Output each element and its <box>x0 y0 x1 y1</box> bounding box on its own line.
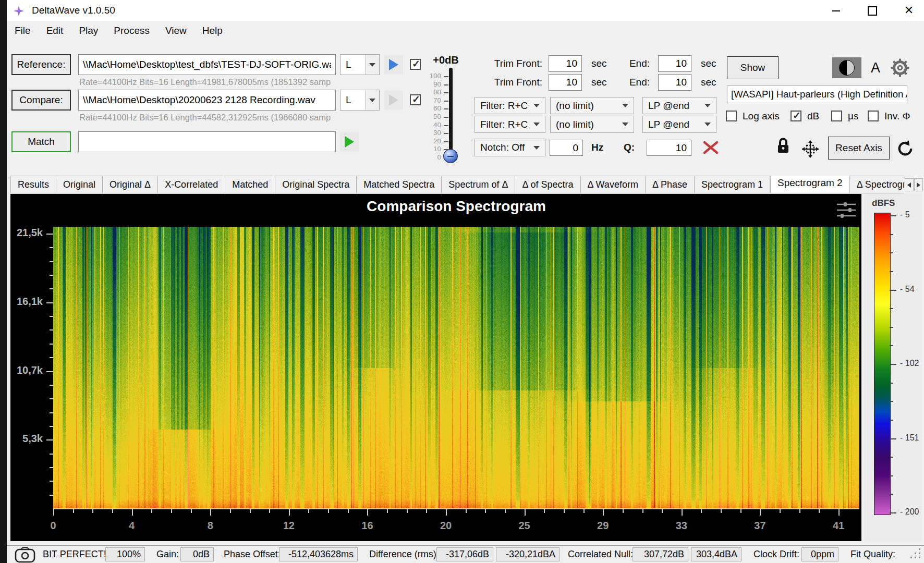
us-checkbox[interactable] <box>831 111 842 121</box>
trim-end-input-2[interactable] <box>658 74 691 91</box>
limit-value-1: (no limit) <box>551 100 622 112</box>
limit-select-1[interactable]: (no limit) <box>550 97 634 114</box>
desktop-edge <box>0 0 7 563</box>
volume-slider-thumb[interactable] <box>443 149 458 163</box>
audio-device-select[interactable]: [WASAPI] Haut-parleurs (High Definition … <box>727 85 907 103</box>
trim-end-input-1[interactable] <box>658 55 691 72</box>
tab-results[interactable]: Results <box>10 176 56 193</box>
difference-db-value: -317,06dB <box>436 547 493 561</box>
tab-spectrogram-2[interactable]: Spectrogram 2 <box>770 176 850 193</box>
app-icon <box>13 5 25 17</box>
resize-grip[interactable] <box>910 548 922 560</box>
menu-file[interactable]: File <box>7 21 39 41</box>
inv-phase-label: Inv. Φ <box>884 111 910 122</box>
contrast-toggle[interactable] <box>832 57 861 78</box>
reference-path-input[interactable] <box>78 54 336 75</box>
close-button[interactable]: ✕ <box>897 0 921 21</box>
snapshot-camera-icon[interactable] <box>14 547 36 563</box>
correlated-null-dba-value: 303,4dBA <box>691 547 741 561</box>
status-bar: BIT PERFECT! 100% Gain: 0dB Phase Offset… <box>7 545 924 563</box>
log-axis-checkbox[interactable] <box>726 111 737 121</box>
reference-enable-checkbox[interactable] <box>410 59 421 70</box>
menu-play[interactable]: Play <box>71 21 106 41</box>
colorbar-ticks: - 5- 54- 102- 151- 200 <box>890 213 921 514</box>
compare-path-input[interactable] <box>78 90 336 111</box>
compare-play-button[interactable] <box>384 91 403 109</box>
limit-select-2[interactable]: (no limit) <box>550 116 634 133</box>
tab-spectrum-of-delta[interactable]: Spectrum of Δ <box>442 176 515 193</box>
menu-edit[interactable]: Edit <box>39 21 71 41</box>
tab-delta-waveform[interactable]: Δ Waveform <box>581 176 646 193</box>
filter-select-2[interactable]: Filter: R+C <box>475 116 545 133</box>
move-pan-icon[interactable] <box>798 139 823 160</box>
tab-original-spectra[interactable]: Original Spectra <box>275 176 357 193</box>
chevron-left-icon <box>907 182 911 188</box>
tab-original[interactable]: Original <box>56 176 103 193</box>
notch-freq-input[interactable] <box>550 140 583 156</box>
spectrogram-canvas[interactable] <box>53 227 859 509</box>
minimize-button[interactable] <box>824 0 848 21</box>
match-button[interactable]: Match <box>11 131 71 152</box>
refresh-icon[interactable] <box>896 139 915 158</box>
maximize-button[interactable] <box>860 0 884 21</box>
tab-scroll-left-button[interactable] <box>905 178 914 191</box>
trim-end-label-2: End: <box>624 73 650 92</box>
menu-process[interactable]: Process <box>106 21 157 41</box>
compare-channel-select[interactable]: L <box>340 90 380 111</box>
reference-channel-value: L <box>341 59 365 70</box>
play-icon <box>389 59 398 70</box>
plot-settings-icon[interactable] <box>834 201 858 219</box>
colorbar-panel: dBFS - 5- 54- 102- 151- 200 <box>865 194 922 541</box>
reference-play-button[interactable] <box>384 55 403 74</box>
tab-spectrogram-1[interactable]: Spectrogram 1 <box>695 176 770 193</box>
lock-icon[interactable] <box>776 137 791 155</box>
tab-original-delta[interactable]: Original Δ <box>103 176 158 193</box>
match-status-input[interactable] <box>78 131 336 152</box>
menu-view[interactable]: View <box>157 21 194 41</box>
gear-icon[interactable] <box>889 56 911 79</box>
chevron-down-icon[interactable] <box>365 55 379 75</box>
tab-matched[interactable]: Matched <box>225 176 275 193</box>
tab-delta-spectrogram[interactable]: Δ Spectrogram <box>850 176 904 193</box>
reference-channel-select[interactable]: L <box>340 54 380 75</box>
menu-help[interactable]: Help <box>194 21 230 41</box>
tab-delta-phase[interactable]: Δ Phase <box>646 176 695 193</box>
inv-phase-checkbox[interactable] <box>868 111 879 121</box>
lp-select-2[interactable]: LP @end <box>642 116 716 133</box>
tab-scroll-right-button[interactable] <box>914 178 923 191</box>
show-button[interactable]: Show <box>727 56 779 79</box>
phase-offset-value: -512,403628ms <box>279 547 358 561</box>
reference-button[interactable]: Reference: <box>11 54 71 75</box>
chart-title: Comparison Spectrogram <box>53 198 859 215</box>
tab-delta-of-spectra[interactable]: Δ of Spectra <box>515 176 580 193</box>
colorbar-title: dBFS <box>872 198 895 209</box>
tab-matched-spectra[interactable]: Matched Spectra <box>357 176 442 193</box>
match-play-button[interactable] <box>340 132 359 151</box>
chevron-down-icon[interactable] <box>365 90 379 110</box>
window-title: DeltaWave v1.0.50 <box>32 0 115 21</box>
tab-x-correlated[interactable]: X-Correlated <box>158 176 225 193</box>
notch-q-input[interactable] <box>647 140 691 156</box>
audio-device-value: [WASAPI] Haut-parleurs (High Definition … <box>727 89 907 100</box>
reset-axis-button[interactable]: Reset Axis <box>828 137 890 160</box>
notch-value: Notch: Off <box>475 142 533 153</box>
fit-quality-label: Fit Quality: <box>850 546 895 563</box>
lp-select-1[interactable]: LP @end <box>642 97 716 114</box>
compare-channel-value: L <box>341 94 365 106</box>
trim-front-input-1[interactable] <box>549 55 582 72</box>
play-icon <box>389 94 398 106</box>
filter-select-1[interactable]: Filter: R+C <box>475 97 545 114</box>
compare-button[interactable]: Compare: <box>11 90 71 111</box>
clear-icon[interactable] <box>702 140 720 155</box>
gain-label: Gain: <box>156 546 179 563</box>
chevron-right-icon <box>917 182 920 188</box>
notch-select[interactable]: Notch: Off <box>475 139 545 156</box>
filter-value-1: Filter: R+C <box>475 100 533 112</box>
trim-front-input-2[interactable] <box>549 74 582 91</box>
compare-enable-checkbox[interactable] <box>410 94 421 105</box>
contrast-icon <box>839 60 855 76</box>
trim-end-unit-2: sec <box>701 73 716 92</box>
filter-value-2: Filter: R+C <box>475 119 533 130</box>
volume-slider-track[interactable] <box>449 68 453 161</box>
db-checkbox[interactable] <box>791 111 801 121</box>
